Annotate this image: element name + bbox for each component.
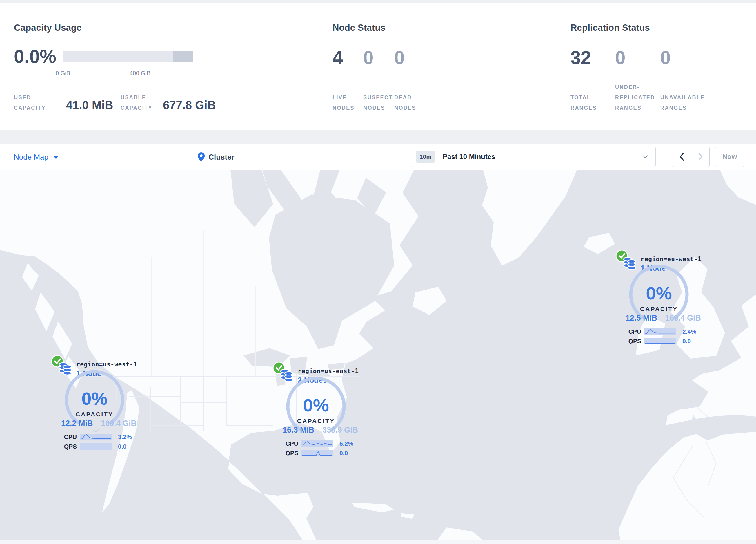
time-window-badge: 10m xyxy=(416,150,435,163)
qps-metric-row: QPS 0.0 xyxy=(280,449,360,457)
chevron-down-icon xyxy=(54,156,58,159)
dead-nodes-count: 0 xyxy=(394,47,405,68)
cpu-sparkline xyxy=(644,328,676,336)
unavailable-count: 0 xyxy=(660,47,671,68)
region-marker-us-east-1[interactable]: region=us-east-1 2 Nodes 0% CAPACITY 16.… xyxy=(272,361,362,461)
chevron-left-icon xyxy=(679,152,685,161)
capacity-gauge-percent: 0% xyxy=(627,283,691,304)
qps-value: 0.0 xyxy=(339,450,348,457)
now-button[interactable]: Now xyxy=(715,146,744,167)
map-footer-strip xyxy=(0,540,756,544)
live-nodes-label: LIVE NODES xyxy=(332,92,361,113)
under-replicated-label: UNDER-REPLICATED RANGES xyxy=(615,82,659,113)
used-capacity: 16.3 MiB xyxy=(283,426,315,435)
suspect-nodes-count: 0 xyxy=(363,47,374,68)
node-status-title: Node Status xyxy=(332,23,386,33)
total-ranges-count: 32 xyxy=(570,47,591,68)
suspect-nodes-label: SUSPECT NODES xyxy=(363,92,395,113)
region-label: region=us-west-1 xyxy=(76,361,137,368)
qps-label: QPS xyxy=(280,450,298,457)
capacity-percent: 0.0% xyxy=(14,46,56,67)
qps-metric-row: QPS 0.0 xyxy=(623,337,703,345)
capacity-values: 12.2 MiB 169.4 GiB xyxy=(61,419,137,428)
capacity-gauge-label: CAPACITY xyxy=(284,418,348,425)
qps-value: 0.0 xyxy=(118,443,126,450)
region-label: region=us-east-1 xyxy=(298,368,359,375)
expand-chevron-icon[interactable] xyxy=(92,429,99,432)
breadcrumb-label: Cluster xyxy=(208,153,235,162)
dead-nodes-label: DEAD NODES xyxy=(394,92,423,113)
used-capacity-value: 41.0 MiB xyxy=(66,99,113,112)
cluster-summary-bar: Capacity Usage 0.0% 0 GiB 400 GiB USED C… xyxy=(0,3,756,130)
capacity-gauge-label: CAPACITY xyxy=(63,411,126,418)
qps-sparkline xyxy=(644,338,676,345)
view-selector-dropdown[interactable]: Node Map xyxy=(14,144,58,170)
live-nodes-count: 4 xyxy=(332,47,343,68)
cpu-label: CPU xyxy=(59,434,77,440)
capacity-bar-reserved-segment xyxy=(173,51,193,62)
capacity-gauge-percent: 0% xyxy=(63,388,126,409)
axis-tick-label: 0 GiB xyxy=(50,70,76,77)
view-selector-label: Node Map xyxy=(14,153,48,162)
cpu-value: 5.2% xyxy=(339,440,353,447)
cpu-metric-row: CPU 2.4% xyxy=(623,328,703,336)
capacity-values: 16.3 MiB 338.9 GiB xyxy=(283,426,358,435)
region-marker-us-west-1[interactable]: region=us-west-1 1 Node 0% CAPACITY 12.2… xyxy=(51,355,141,455)
cpu-sparkline xyxy=(301,440,333,447)
replication-status-title: Replication Status xyxy=(570,23,650,33)
axis-tick-label: 400 GiB xyxy=(127,70,153,77)
cpu-label: CPU xyxy=(280,440,298,447)
map-pin-icon xyxy=(197,152,205,162)
time-pager xyxy=(673,146,710,167)
cpu-value: 3.2% xyxy=(118,434,132,440)
qps-label: QPS xyxy=(59,443,77,450)
chevron-right-icon xyxy=(697,152,704,161)
qps-sparkline xyxy=(301,449,333,457)
cpu-sparkline xyxy=(80,433,112,441)
next-time-button[interactable] xyxy=(691,147,710,166)
usable-capacity-value: 677.8 GiB xyxy=(163,99,216,112)
breadcrumb[interactable]: Cluster xyxy=(197,144,235,170)
node-map: region=us-west-1 1 Node 0% CAPACITY 12.2… xyxy=(0,170,756,544)
under-replicated-count: 0 xyxy=(615,47,626,68)
capacity-axis: 0 GiB 400 GiB xyxy=(63,64,193,81)
time-window-dropdown[interactable]: 10m Past 10 Minutes xyxy=(412,146,656,167)
qps-label: QPS xyxy=(623,338,641,345)
time-window-label: Past 10 Minutes xyxy=(443,153,495,161)
map-toolbar: Node Map Cluster 10m Past 10 Minutes xyxy=(0,144,756,170)
used-capacity: 12.5 MiB xyxy=(626,314,657,323)
prev-time-button[interactable] xyxy=(673,147,691,166)
cpu-value: 2.4% xyxy=(682,328,696,335)
capacity-gauge-label: CAPACITY xyxy=(627,306,691,313)
region-marker-eu-west-1[interactable]: region=eu-west-1 1 Node 0% CAPACITY 12.5… xyxy=(615,249,705,349)
used-capacity-label: USED CAPACITY xyxy=(14,92,52,113)
total-capacity: 338.9 GiB xyxy=(322,426,358,435)
unavailable-label: UNAVAILABLE RANGES xyxy=(660,92,710,113)
total-capacity: 169.4 GiB xyxy=(665,314,701,323)
qps-sparkline xyxy=(80,443,112,450)
capacity-gauge-percent: 0% xyxy=(284,395,348,416)
capacity-usage-title: Capacity Usage xyxy=(14,23,82,33)
qps-metric-row: QPS 0.0 xyxy=(59,443,139,451)
cpu-metric-row: CPU 3.2% xyxy=(59,433,139,441)
cpu-label: CPU xyxy=(623,328,641,335)
capacity-bar xyxy=(63,51,193,62)
total-capacity: 169.4 GiB xyxy=(101,419,137,428)
qps-value: 0.0 xyxy=(682,338,691,345)
region-label: region=eu-west-1 xyxy=(641,255,702,262)
total-ranges-label: TOTAL RANGES xyxy=(570,92,602,113)
usable-capacity-label: USABLE CAPACITY xyxy=(121,92,158,113)
chevron-down-icon xyxy=(643,155,648,158)
used-capacity: 12.2 MiB xyxy=(61,419,93,428)
capacity-values: 12.5 MiB 169.4 GiB xyxy=(626,314,701,323)
cpu-metric-row: CPU 5.2% xyxy=(280,440,360,448)
node-map-page: Capacity Usage 0.0% 0 GiB 400 GiB USED C… xyxy=(0,0,756,544)
